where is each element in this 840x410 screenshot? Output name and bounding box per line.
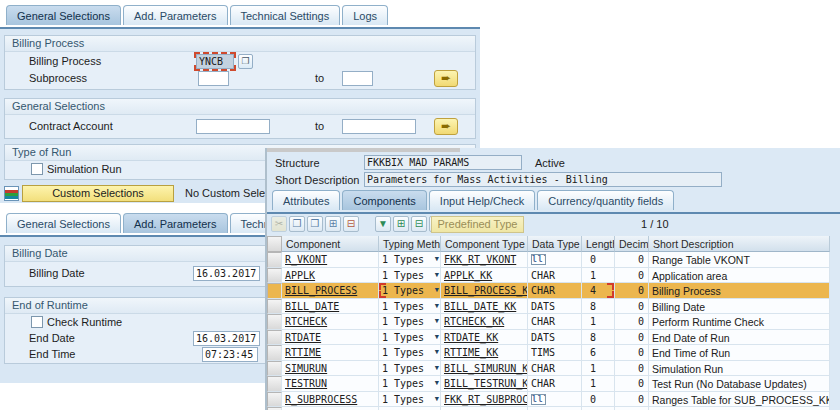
component-cell[interactable]: RTCHECK bbox=[282, 314, 379, 330]
table-row[interactable]: BILL_PROCESS1 Types▼BILL_PROCESS_KKCHAR4… bbox=[267, 283, 830, 299]
data-type-cell[interactable]: CHAR bbox=[528, 268, 582, 284]
row-select-button[interactable] bbox=[267, 268, 282, 284]
short-description-field[interactable] bbox=[364, 172, 722, 187]
row-select-button[interactable] bbox=[267, 252, 282, 268]
tab-input-help-check[interactable]: Input Help/Check bbox=[429, 190, 535, 210]
billing-date-input[interactable] bbox=[193, 266, 260, 281]
subprocess-multiple-selection-button[interactable]: ➨ bbox=[434, 70, 458, 87]
row-select-button[interactable] bbox=[267, 283, 282, 299]
component-cell[interactable]: R_SUBPROCESS bbox=[282, 392, 379, 408]
component-cell[interactable]: TESTRUN bbox=[282, 376, 379, 392]
data-type-cell[interactable]: lll bbox=[528, 392, 582, 408]
table-row[interactable]: R_SUBPROCESS1 Types▼FKK_RT_SUBPROCE.lll0… bbox=[267, 392, 830, 408]
tab2-general-selections[interactable]: General Selections bbox=[6, 213, 121, 233]
data-type-cell[interactable]: CHAR bbox=[528, 314, 582, 330]
delete-row-icon[interactable]: ⊟ bbox=[343, 216, 359, 232]
component-type-cell[interactable]: BILL_TESTRUN_KK bbox=[441, 376, 528, 392]
tab-currency-quantity-fields[interactable]: Currency/quantity fields bbox=[537, 190, 674, 210]
component-cell[interactable]: RTDATE bbox=[282, 330, 379, 346]
component-type-cell[interactable]: FKK_RT_SUBPROCE. bbox=[441, 392, 528, 408]
subprocess-from-input[interactable] bbox=[198, 71, 229, 86]
cut-icon[interactable]: ✂ bbox=[271, 216, 287, 232]
predefined-type-button[interactable]: Predefined Type bbox=[431, 216, 524, 233]
component-cell[interactable]: RTTIME bbox=[282, 345, 379, 361]
row-select-button[interactable] bbox=[267, 376, 282, 392]
component-type-cell[interactable]: RTDATE_KK bbox=[441, 330, 528, 346]
component-type-cell[interactable]: RTTIME_KK bbox=[441, 345, 528, 361]
billing-process-input[interactable] bbox=[196, 54, 234, 69]
component-type-cell[interactable]: APPLK_KK bbox=[441, 268, 528, 284]
tab-logs[interactable]: Logs bbox=[342, 5, 388, 25]
row-select-button[interactable] bbox=[267, 314, 282, 330]
typing-method-cell[interactable]: 1 Types▼ bbox=[379, 252, 441, 268]
component-cell[interactable]: APPLK bbox=[282, 268, 379, 284]
typing-method-cell[interactable]: 1 Types▼ bbox=[379, 376, 441, 392]
typing-method-cell[interactable]: 1 Types▼ bbox=[379, 299, 441, 315]
end-time-input[interactable] bbox=[202, 347, 258, 362]
tab-general-selections[interactable]: General Selections bbox=[6, 5, 121, 25]
data-type-cell[interactable]: CHAR bbox=[528, 376, 582, 392]
copy-icon[interactable]: ❐ bbox=[289, 216, 305, 232]
table-row[interactable]: RTDATE1 Types▼RTDATE_KKDATS80End Date of… bbox=[267, 330, 830, 346]
data-type-cell[interactable]: DATS bbox=[528, 330, 582, 346]
data-type-cell[interactable]: lll bbox=[528, 252, 582, 268]
typing-method-cell[interactable]: 1 Types▼ bbox=[379, 314, 441, 330]
paste-icon[interactable]: ❒ bbox=[307, 216, 323, 232]
header-decimals[interactable]: Decim... bbox=[615, 236, 649, 252]
custom-selections-button[interactable]: Custom Selections bbox=[22, 185, 174, 202]
check-runtime-checkbox[interactable] bbox=[31, 316, 43, 328]
header-typing-method[interactable]: Typing Method bbox=[379, 236, 441, 252]
typing-method-cell[interactable]: 1 Types▼ bbox=[379, 392, 441, 408]
tab2-add-parameters[interactable]: Add. Parameters bbox=[123, 213, 228, 233]
component-cell[interactable]: SIMURUN bbox=[282, 361, 379, 377]
insert-row-icon[interactable]: ⊞ bbox=[325, 216, 341, 232]
table-row[interactable]: R_VKONT1 Types▼FKK_RT_VKONTlll00Range Ta… bbox=[267, 252, 830, 268]
tab-attributes[interactable]: Attributes bbox=[272, 190, 340, 210]
table-row[interactable]: APPLK1 Types▼APPLK_KKCHAR10Application a… bbox=[267, 268, 830, 284]
data-type-cell[interactable]: DATS bbox=[528, 299, 582, 315]
table-row[interactable]: RTCHECK1 Types▼RTCHECK_KKCHAR10Perform R… bbox=[267, 314, 830, 330]
contract-account-to-input[interactable] bbox=[342, 119, 416, 134]
header-data-type[interactable]: Data Type bbox=[528, 236, 582, 252]
structure-name-field[interactable] bbox=[364, 155, 522, 170]
row-select-button[interactable] bbox=[267, 299, 282, 315]
typing-method-cell[interactable]: 1 Types▼ bbox=[379, 361, 441, 377]
row-select-button[interactable] bbox=[267, 361, 282, 377]
delete-line-icon[interactable]: ⊟ bbox=[411, 216, 427, 232]
component-cell[interactable]: R_VKONT bbox=[282, 252, 379, 268]
table-row[interactable]: SIMURUN1 Types▼BILL_SIMURUN_KKCHAR10Simu… bbox=[267, 361, 830, 377]
data-type-cell[interactable]: TIMS bbox=[528, 345, 582, 361]
table-row[interactable]: TESTRUN1 Types▼BILL_TESTRUN_KKCHAR10Test… bbox=[267, 376, 830, 392]
tab-technical-settings[interactable]: Technical Settings bbox=[230, 5, 341, 25]
typing-method-cell[interactable]: 1 Types▼ bbox=[379, 283, 441, 299]
typing-method-cell[interactable]: 1 Types▼ bbox=[379, 268, 441, 284]
header-short-description[interactable]: Short Description bbox=[649, 236, 830, 252]
contract-account-from-input[interactable] bbox=[196, 119, 270, 134]
component-type-cell[interactable]: BILL_SIMURUN_KK bbox=[441, 361, 528, 377]
component-cell[interactable]: BILL_DATE bbox=[282, 299, 379, 315]
component-type-cell[interactable]: FKK_RT_VKONT bbox=[441, 252, 528, 268]
select-all-header[interactable] bbox=[267, 236, 282, 252]
multiple-selection-icon[interactable]: ❐ bbox=[238, 54, 253, 69]
row-select-button[interactable] bbox=[267, 392, 282, 408]
insert-line-icon[interactable]: ⊞ bbox=[393, 216, 409, 232]
header-component-type[interactable]: Component Type bbox=[441, 236, 528, 252]
component-type-cell[interactable]: RTCHECK_KK bbox=[441, 314, 528, 330]
move-entry-icon[interactable]: ▼ bbox=[375, 216, 391, 232]
tab-components[interactable]: Components bbox=[342, 190, 426, 210]
data-type-cell[interactable]: CHAR bbox=[528, 361, 582, 377]
table-row[interactable]: RTTIME1 Types▼RTTIME_KKTIMS60End Time of… bbox=[267, 345, 830, 361]
row-select-button[interactable] bbox=[267, 345, 282, 361]
table-row[interactable]: BILL_DATE1 Types▼BILL_DATE_KKDATS80Billi… bbox=[267, 299, 830, 315]
subprocess-to-input[interactable] bbox=[342, 71, 373, 86]
row-select-button[interactable] bbox=[267, 330, 282, 346]
tab-add-parameters[interactable]: Add. Parameters bbox=[123, 5, 228, 25]
contract-account-multiple-selection-button[interactable]: ➨ bbox=[434, 118, 458, 135]
component-type-cell[interactable]: BILL_DATE_KK bbox=[441, 299, 528, 315]
end-date-input[interactable] bbox=[193, 331, 260, 346]
data-type-cell[interactable]: CHAR bbox=[528, 283, 582, 299]
typing-method-cell[interactable]: 1 Types▼ bbox=[379, 330, 441, 346]
component-type-cell[interactable]: BILL_PROCESS_KK bbox=[441, 283, 528, 299]
header-component[interactable]: Component bbox=[282, 236, 379, 252]
typing-method-cell[interactable]: 1 Types▼ bbox=[379, 345, 441, 361]
